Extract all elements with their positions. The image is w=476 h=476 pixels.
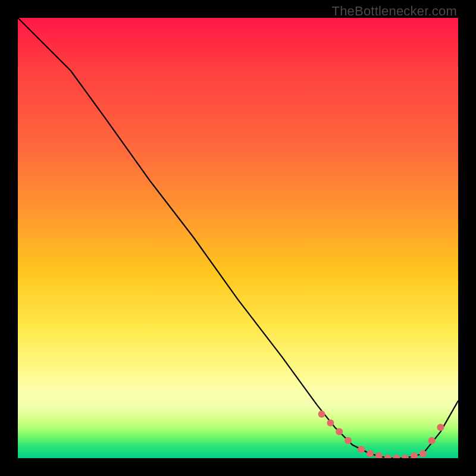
highlight-marker	[393, 455, 400, 458]
highlight-marker	[411, 452, 418, 458]
chart-svg	[18, 18, 458, 458]
highlight-marker	[336, 428, 343, 436]
highlight-marker	[437, 424, 444, 431]
highlight-marker	[367, 450, 374, 458]
chart-frame: TheBottlenecker.com	[0, 0, 476, 476]
highlight-marker	[358, 446, 365, 453]
bottleneck-curve	[18, 18, 458, 458]
highlight-marker	[428, 437, 436, 444]
watermark-text: TheBottlenecker.com	[332, 4, 457, 19]
highlight-marker	[318, 411, 325, 418]
highlight-marker	[402, 455, 409, 458]
plot-area	[18, 18, 458, 458]
marker-group	[318, 411, 444, 458]
highlight-marker	[419, 450, 427, 458]
highlight-marker	[345, 437, 352, 444]
highlight-marker	[327, 419, 334, 427]
highlight-marker	[384, 455, 392, 458]
highlight-marker	[375, 452, 383, 458]
